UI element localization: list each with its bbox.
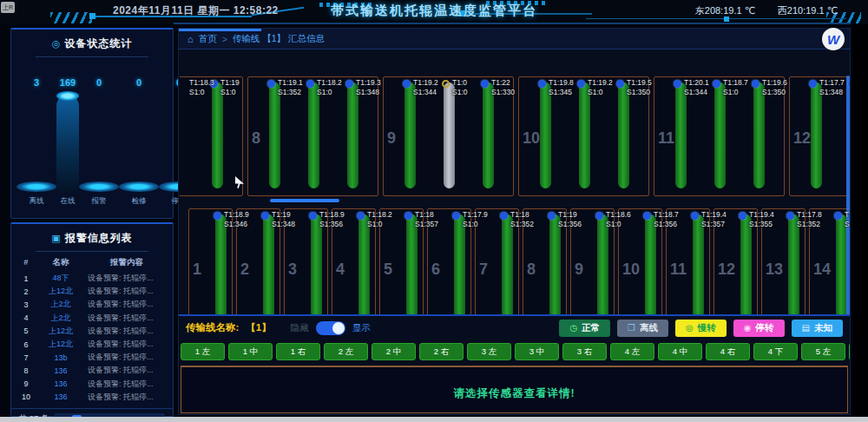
alarm-name: 13b (34, 353, 88, 362)
sensor-readings: T1:18.2S1:0 (367, 210, 392, 228)
sensor-button[interactable]: 2 右 (419, 343, 464, 360)
sensor-button[interactable]: 5 左 (801, 343, 845, 360)
sensor-bar[interactable]: T1:19.2S1:0 (570, 77, 609, 195)
group-number: 6 (431, 260, 440, 279)
alarm-row[interactable]: 148下设备预警: 托辊停... (18, 272, 166, 285)
alarm-name: 上12北 (34, 326, 88, 337)
sensor-dot (306, 80, 314, 88)
sensor-bar[interactable]: T1:18.9S1:356 (297, 209, 327, 326)
sensor-bar[interactable]: T1:17.9S1:0 (440, 209, 470, 326)
sensor-readings: T1:S1: (845, 210, 850, 228)
toggle-knob (332, 322, 345, 334)
sensor-readings: T1:18.7S1:0 (723, 78, 748, 96)
sensor-dot (548, 212, 556, 220)
alarm-index: 7 (18, 353, 34, 362)
sensor-button[interactable]: 4 下 (753, 343, 798, 360)
breadcrumb-path[interactable]: 传输线 【1】 汇总信息 (233, 33, 325, 45)
sensor-readings: T1:17.7S1:348 (819, 78, 845, 96)
sensor-button[interactable]: 3 右 (562, 343, 607, 360)
status-normal-button[interactable]: ◷正常 (559, 320, 610, 337)
vertical-scrollbar[interactable] (846, 76, 850, 334)
sensor-bar[interactable]: T1:18.7S1:0 (706, 77, 745, 195)
sensor-readings: T1:0S1:0 (452, 78, 468, 96)
roller-bar (579, 82, 590, 188)
alarm-row[interactable]: 5上12北设备预警: 托辊停... (18, 325, 166, 338)
sensor-dot (538, 80, 546, 88)
sensor-button[interactable]: 1 左 (181, 343, 225, 360)
speed-reading: S1:356 (319, 220, 345, 229)
sensor-button[interactable]: 2 中 (372, 343, 416, 360)
sensor-bar[interactable]: T1:18.2S1:0 (299, 77, 339, 195)
sensor-bar[interactable]: T1:19.5S1:350 (609, 77, 648, 195)
sensor-bar[interactable]: T1:19S1:348 (249, 209, 279, 326)
alarm-row[interactable]: 6上12北设备预警: 托辊停... (18, 338, 166, 351)
sensor-bar[interactable]: T1:19.6S1:350 (745, 77, 784, 195)
speed-reading: S1:356 (654, 220, 679, 229)
alarm-row[interactable]: 2上12北设备预警: 托辊停... (18, 285, 166, 298)
alarm-name: 上2北 (34, 299, 88, 310)
line-name-value: 【1】 (246, 321, 271, 334)
alarm-row[interactable]: 4上2北设备预警: 托辊停... (18, 312, 166, 325)
sensor-bar[interactable]: T1:19.1S1:352 (260, 77, 299, 195)
sensor-bar[interactable]: T1:0S1:0 (435, 77, 474, 195)
speed-reading: S1:348 (272, 220, 295, 229)
sensor-button[interactable]: 1 中 (228, 343, 273, 360)
sensor-button[interactable]: 4 右 (706, 343, 750, 360)
sensor-button[interactable]: 2 左 (324, 343, 368, 360)
sensor-button[interactable] (849, 343, 850, 360)
roller-bar (311, 214, 322, 319)
sensor-bar[interactable]: T1:19S1:356 (536, 209, 566, 326)
alarm-row[interactable]: 3上2北设备预警: 托辊停... (18, 298, 166, 311)
sensor-dot (403, 80, 411, 88)
alarm-content: 设备预警: 托辊停... (88, 299, 166, 310)
sensor-bar[interactable]: T1:22S1:330 (474, 77, 513, 195)
sensor-button[interactable]: 4 左 (610, 343, 654, 360)
alarm-table-header: # 名称 报警内容 (11, 252, 173, 272)
sensor-readings: T1:22S1:330 (491, 78, 515, 96)
temp-reading: T1:17.8 (797, 210, 822, 220)
temp-reading: T1:18.9 (224, 210, 249, 220)
alarm-content: 设备预警: 托辊停... (88, 339, 166, 350)
stat-label: 报警 (92, 196, 107, 207)
ring-icon: ◎ (686, 323, 694, 333)
sensor-button[interactable]: 4 中 (658, 343, 702, 360)
sensor-dot (452, 212, 460, 220)
sensor-bar[interactable]: T1:18.6S1:0 (583, 209, 614, 326)
sensor-button[interactable]: 3 中 (515, 343, 559, 360)
sensor-bar[interactable]: T1:18S1:352 (488, 209, 518, 326)
temp-reading: T1:18.2 (367, 210, 392, 220)
alarm-row[interactable]: 713b设备预警: 托辊停... (18, 351, 166, 364)
sensor-bar[interactable]: T1:19.3S1:348 (339, 77, 378, 195)
alarm-index: 8 (18, 366, 34, 375)
stat-puck (79, 181, 119, 192)
sensor-button[interactable]: 1 右 (276, 343, 320, 360)
alarm-row[interactable]: 10136设备预警: 托辊停... (18, 391, 166, 404)
group-number: 11 (658, 129, 674, 148)
sensor-bar[interactable]: T1:18.9S1:346 (201, 209, 232, 326)
sensor-bar[interactable]: T1:18.2S1:0 (345, 209, 375, 326)
roller-bar (675, 82, 687, 188)
sensor-bar[interactable]: T1:18.3S1:0 (189, 77, 203, 195)
stat-bar (16, 89, 56, 192)
sensor-group: 12T1:17.7S1:348T1:18.1S1:0T1:19.3S1:355 (789, 76, 850, 196)
alarm-content: 设备预警: 托辊停... (88, 326, 166, 337)
sensor-bar[interactable]: T1:18S1:357 (392, 209, 423, 326)
status-unknown-button[interactable]: ▤未知 (792, 320, 843, 337)
roller-bar (483, 82, 494, 188)
status-offline-button[interactable]: ❒离线 (617, 320, 668, 337)
display-toggle[interactable] (316, 321, 345, 335)
col-index: # (18, 257, 34, 268)
sensor-dot (713, 80, 720, 88)
horizontal-scrollbar-thumb-top[interactable] (270, 199, 339, 202)
sensor-bar[interactable]: T1:19.2S1:344 (396, 77, 435, 195)
sensor-readings: T1:18.9S1:356 (319, 210, 345, 228)
alarm-row[interactable]: 9136设备预警: 托辊停... (18, 378, 166, 391)
status-stop-button[interactable]: ◉停转 (733, 320, 785, 337)
status-slow-button[interactable]: ◎慢转 (675, 320, 727, 337)
header-underline (174, 23, 851, 24)
breadcrumb-home[interactable]: 首页 (199, 33, 217, 45)
group-number: 12 (718, 260, 735, 279)
sensor-readings: T1:18.2S1:0 (317, 78, 342, 96)
sensor-button[interactable]: 3 左 (467, 343, 511, 360)
alarm-row[interactable]: 8136设备预警: 托辊停... (18, 364, 166, 377)
